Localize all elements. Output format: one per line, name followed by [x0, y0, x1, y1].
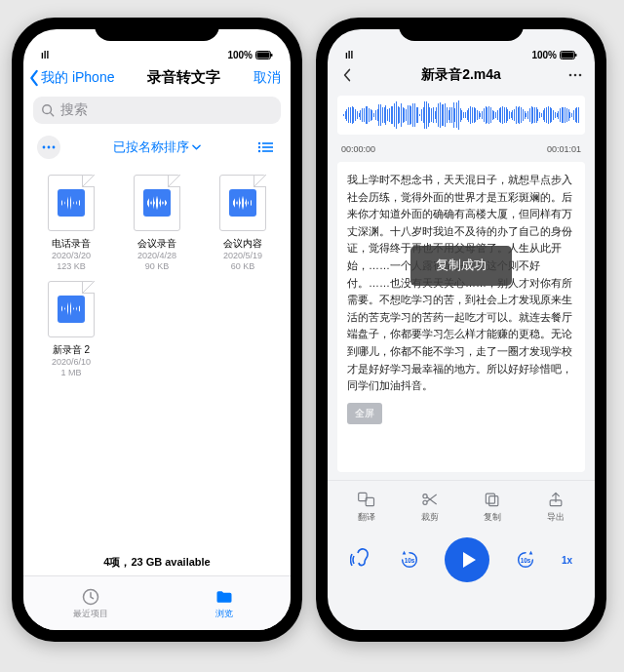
- ellipsis-icon: [42, 145, 56, 149]
- file-item[interactable]: 会议内容 2020/5/1960 KB: [201, 171, 285, 273]
- svg-point-5: [48, 146, 51, 149]
- svg-point-7: [258, 142, 260, 144]
- svg-point-22: [423, 494, 427, 498]
- svg-rect-16: [575, 54, 577, 57]
- signal-icon: ıll: [41, 50, 49, 60]
- nav-bar: 我的 iPhone 录音转文字 取消: [23, 62, 291, 93]
- sort-row: 已按名称排序: [23, 128, 291, 165]
- phone-left: ıll 100% 我的 iPhone 录音转文字 取消 搜索 已按名称排序: [12, 18, 302, 642]
- chevron-left-icon: [27, 69, 41, 87]
- folder-icon: [214, 587, 235, 607]
- battery-icon: [560, 51, 577, 59]
- skip-forward-button[interactable]: 10s: [515, 549, 536, 571]
- transcript-panel[interactable]: 我上学时不想念书，天天混日子，就想早点步入社会历练，觉得外面的世界才是五彩斑斓的…: [337, 162, 585, 472]
- audio-file-icon: [48, 175, 95, 231]
- cancel-button[interactable]: 取消: [254, 69, 281, 87]
- notch: [399, 18, 524, 41]
- ellipsis-icon[interactable]: [567, 67, 583, 83]
- earpiece-button[interactable]: [350, 548, 373, 572]
- svg-text:10s: 10s: [404, 557, 414, 564]
- export-icon: [546, 491, 566, 508]
- svg-point-6: [53, 146, 56, 149]
- audio-file-icon: [134, 175, 180, 231]
- file-item[interactable]: 会议录音 2020/4/2890 KB: [115, 171, 199, 273]
- svg-point-17: [569, 74, 572, 77]
- svg-rect-8: [262, 142, 273, 144]
- search-icon: [41, 103, 55, 117]
- player-controls: 10s 10s 1x: [328, 528, 595, 602]
- tab-bar: 最近项目 浏览: [23, 575, 291, 630]
- battery-pct: 100%: [227, 50, 253, 60]
- battery-pct: 100%: [531, 50, 557, 60]
- skip-back-icon: 10s: [399, 549, 420, 571]
- time-row: 00:00:00 00:01:01: [328, 138, 595, 162]
- search-placeholder: 搜索: [60, 101, 88, 119]
- svg-rect-15: [562, 53, 574, 59]
- back-label: 我的 iPhone: [41, 69, 114, 87]
- tab-browse[interactable]: 浏览: [157, 576, 291, 630]
- export-button[interactable]: 导出: [525, 491, 588, 524]
- play-icon: [460, 551, 478, 569]
- signal-icon: ıll: [345, 50, 353, 60]
- phone-right: ıll 100% 新录音2.m4a 00:00:00 00:01:01 我上学时…: [316, 18, 606, 642]
- tab-recent[interactable]: 最近项目: [23, 576, 157, 630]
- svg-rect-25: [489, 496, 498, 506]
- audio-file-icon: [219, 175, 266, 231]
- svg-rect-12: [262, 150, 273, 152]
- time-end: 00:01:01: [547, 144, 581, 154]
- waveform[interactable]: [337, 96, 585, 135]
- list-view-button[interactable]: [254, 136, 277, 159]
- translate-icon: [357, 491, 376, 508]
- scissors-icon: [420, 491, 440, 508]
- trim-button[interactable]: 裁剪: [399, 491, 462, 524]
- file-item[interactable]: 电话录音 2020/3/20123 KB: [29, 171, 113, 273]
- svg-point-23: [423, 500, 427, 504]
- copy-icon: [483, 491, 502, 508]
- svg-point-18: [574, 74, 577, 77]
- page-title: 新录音2.m4a: [421, 66, 501, 84]
- svg-point-9: [258, 146, 260, 148]
- battery-icon: [255, 51, 273, 59]
- sort-button[interactable]: 已按名称排序: [113, 138, 201, 156]
- back-button[interactable]: [339, 67, 355, 83]
- storage-status: 4项，23 GB available: [23, 545, 291, 575]
- action-row: 翻译 裁剪 复制 导出: [328, 480, 595, 528]
- copy-button[interactable]: 复制: [461, 491, 525, 524]
- nav-bar: 新录音2.m4a: [328, 62, 595, 92]
- svg-point-4: [43, 146, 46, 149]
- back-button[interactable]: 我的 iPhone: [27, 69, 114, 87]
- file-grid: 电话录音 2020/3/20123 KB 会议录音 2020/4/2890 KB…: [23, 165, 291, 545]
- list-icon: [257, 141, 273, 153]
- play-button[interactable]: [445, 537, 489, 582]
- svg-point-11: [258, 150, 260, 152]
- svg-rect-24: [487, 494, 495, 503]
- speed-button[interactable]: 1x: [562, 555, 572, 566]
- toast: 复制成功: [410, 246, 512, 286]
- search-input[interactable]: 搜索: [33, 97, 281, 124]
- notch: [95, 18, 219, 41]
- svg-rect-2: [271, 54, 273, 57]
- skip-forward-icon: 10s: [515, 549, 536, 571]
- more-button[interactable]: [37, 136, 60, 159]
- chevron-down-icon: [192, 144, 201, 150]
- skip-back-button[interactable]: 10s: [399, 549, 420, 571]
- page-title: 录音转文字: [147, 68, 220, 87]
- clock-icon: [80, 587, 101, 607]
- audio-file-icon: [48, 281, 95, 337]
- time-start: 00:00:00: [341, 144, 375, 154]
- svg-point-19: [579, 74, 582, 77]
- fullscreen-button[interactable]: 全屏: [347, 403, 382, 424]
- svg-rect-1: [257, 53, 270, 59]
- svg-text:10s: 10s: [521, 557, 531, 564]
- translate-button[interactable]: 翻译: [335, 491, 399, 524]
- svg-rect-10: [262, 146, 273, 148]
- ear-icon: [350, 548, 373, 572]
- file-item[interactable]: 新录音 2 2020/6/101 MB: [29, 277, 113, 379]
